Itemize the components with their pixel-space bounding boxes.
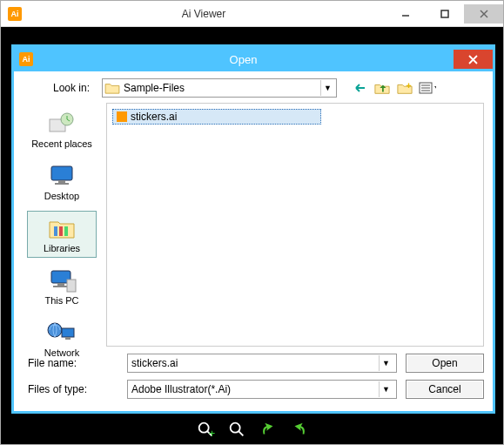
recent-places-icon xyxy=(46,111,77,137)
filetype-value: Adobe Illustrator(*.Ai) xyxy=(131,383,379,395)
svg-rect-25 xyxy=(53,286,69,287)
file-name: stickers.ai xyxy=(131,111,177,123)
dialog-body: Recent places Desktop Libraries This PC … xyxy=(14,103,493,347)
zoom-in-icon[interactable]: + xyxy=(196,420,215,439)
fields-left: File name: stickers.ai ▼ Files of type: … xyxy=(23,354,397,399)
place-libraries[interactable]: Libraries xyxy=(27,211,97,258)
filename-value: stickers.ai xyxy=(131,357,379,369)
dialog-logo: Ai xyxy=(19,52,33,66)
thispc-icon xyxy=(46,267,77,293)
up-folder-icon[interactable] xyxy=(373,79,391,97)
svg-line-8 xyxy=(238,431,243,436)
main-window: Ai Ai Viewer + xyxy=(0,0,504,445)
place-label: Recent places xyxy=(31,138,92,149)
lookin-row: Look in: Sample-Files ▼ xyxy=(14,71,493,103)
filename-row: File name: stickers.ai ▼ xyxy=(23,354,397,373)
file-item[interactable]: stickers.ai xyxy=(112,109,321,125)
svg-rect-26 xyxy=(67,280,76,292)
place-label: Desktop xyxy=(44,191,79,201)
place-recent[interactable]: Recent places xyxy=(27,106,97,153)
svg-rect-20 xyxy=(54,226,57,236)
place-label: Libraries xyxy=(44,243,80,253)
svg-rect-29 xyxy=(65,337,71,340)
svg-rect-1 xyxy=(441,10,448,17)
nav-icons xyxy=(351,79,436,97)
new-folder-icon[interactable] xyxy=(396,79,413,97)
cancel-button[interactable]: Cancel xyxy=(406,380,484,399)
svg-rect-21 xyxy=(59,226,63,236)
close-button[interactable] xyxy=(464,4,503,24)
ai-file-icon xyxy=(117,111,127,122)
open-button[interactable]: Open xyxy=(406,354,484,373)
place-desktop[interactable]: Desktop xyxy=(27,158,97,206)
chevron-down-icon[interactable]: ▼ xyxy=(379,355,393,371)
libraries-icon xyxy=(46,215,77,241)
view-menu-icon[interactable] xyxy=(419,79,436,97)
lookin-value: Sample-Files xyxy=(124,82,320,94)
folder-icon xyxy=(104,82,120,94)
filetype-label: Files of type: xyxy=(23,383,127,395)
dialog-buttons: Open Cancel xyxy=(406,354,484,399)
zoom-out-icon[interactable] xyxy=(227,420,246,439)
filename-input[interactable]: stickers.ai ▼ xyxy=(127,354,397,373)
desktop-icon xyxy=(46,163,77,189)
lookin-label: Look in: xyxy=(23,82,97,94)
main-title: Ai Viewer xyxy=(22,8,386,20)
bottom-fields: File name: stickers.ai ▼ Files of type: … xyxy=(14,347,493,408)
open-dialog: Ai Open Look in: Sample-Files ▼ xyxy=(11,44,495,414)
file-list-pane[interactable]: stickers.ai xyxy=(106,103,484,347)
maximize-button[interactable] xyxy=(425,4,464,24)
rotate-right-icon[interactable] xyxy=(290,420,309,439)
filetype-row: Files of type: Adobe Illustrator(*.Ai) ▼ xyxy=(23,380,397,399)
places-sidebar: Recent places Desktop Libraries This PC … xyxy=(23,103,101,347)
svg-rect-18 xyxy=(58,180,65,183)
svg-rect-24 xyxy=(57,283,64,286)
dialog-titlebar: Ai Open xyxy=(14,47,493,71)
svg-rect-22 xyxy=(64,226,68,236)
lookin-dropdown[interactable]: Sample-Files ▼ xyxy=(102,78,337,98)
svg-rect-19 xyxy=(55,183,69,185)
svg-rect-17 xyxy=(51,166,72,180)
svg-text:+: + xyxy=(208,427,214,439)
dialog-title: Open xyxy=(33,53,454,66)
filetype-dropdown[interactable]: Adobe Illustrator(*.Ai) ▼ xyxy=(127,380,397,399)
network-icon xyxy=(46,320,77,346)
app-logo: Ai xyxy=(8,7,22,21)
svg-rect-28 xyxy=(62,328,74,337)
main-titlebar: Ai Ai Viewer xyxy=(1,1,503,27)
chevron-down-icon[interactable]: ▼ xyxy=(320,80,334,96)
filename-label: File name: xyxy=(23,357,127,369)
back-icon[interactable] xyxy=(351,79,368,97)
place-thispc[interactable]: This PC xyxy=(27,263,97,310)
toolbar-bottom: + xyxy=(196,420,309,439)
minimize-button[interactable] xyxy=(386,4,425,24)
place-label: This PC xyxy=(44,295,78,306)
rotate-left-icon[interactable] xyxy=(259,420,278,439)
dialog-close-button[interactable] xyxy=(454,50,493,69)
chevron-down-icon[interactable]: ▼ xyxy=(379,381,393,397)
window-buttons xyxy=(386,4,503,24)
